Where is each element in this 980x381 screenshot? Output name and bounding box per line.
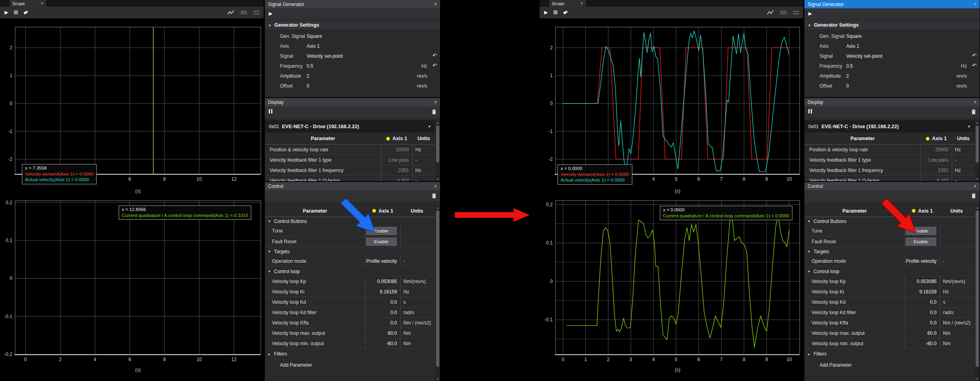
current-chart[interactable]: 024681012-0.2-0.100.10.2(s): [0, 197, 264, 381]
group-filters[interactable]: ▸Filters: [804, 349, 975, 360]
eraser-button[interactable]: [561, 9, 569, 16]
delete-button[interactable]: [432, 109, 436, 115]
table-row[interactable]: Velocity loop min. output-60.0Nm: [265, 338, 435, 349]
add-parameter-button[interactable]: Add Parameter: [265, 360, 435, 371]
add-parameter-button[interactable]: Add Parameter: [804, 360, 975, 371]
panel-titlebar[interactable]: Signal Generator ×: [265, 0, 440, 8]
close-icon[interactable]: ×: [434, 184, 437, 189]
table-row[interactable]: Velocity loop max. output60.0Nm: [804, 328, 975, 338]
table-row-operation-mode[interactable]: Operation mode Profile velocity -: [265, 256, 435, 267]
panel-titlebar[interactable]: Control ×: [265, 182, 440, 190]
pause-button[interactable]: [808, 109, 812, 113]
close-icon[interactable]: ×: [974, 2, 976, 7]
table-row[interactable]: Velocity loop max. output60.0Nm: [265, 328, 435, 338]
overlay-plots-toggle[interactable]: [240, 9, 248, 16]
close-icon[interactable]: ×: [434, 100, 437, 105]
tab-close-icon[interactable]: ×: [581, 1, 583, 6]
undo-icon[interactable]: ↶: [972, 63, 976, 68]
table-row[interactable]: Velocity feedback filter 1 frequency 235…: [265, 165, 435, 176]
scrollbar[interactable]: ▲▼: [975, 205, 980, 381]
table-row[interactable]: Velocity loop min. output-60.0Nm: [804, 338, 975, 349]
table-row[interactable]: Velocity loop Ki9.16159Hz: [804, 287, 975, 297]
axis-select[interactable]: Axis 1: [846, 43, 859, 49]
table-row[interactable]: Velocity loop Kd0.0s: [804, 297, 975, 307]
frequency-input[interactable]: 0.5: [307, 63, 313, 69]
close-icon[interactable]: ×: [434, 2, 437, 7]
undo-icon[interactable]: ↶: [432, 53, 437, 59]
gen-signal-select[interactable]: Square: [307, 33, 322, 39]
fault-reset-enable-button[interactable]: Enable: [906, 238, 936, 246]
delete-button[interactable]: [432, 193, 436, 199]
generator-play-button[interactable]: ▶: [269, 11, 272, 16]
panel-titlebar[interactable]: Display ×: [265, 98, 440, 106]
device-selector[interactable]: 0x01 EVE-NET-C - Drive (192.168.2.22) ▼: [265, 120, 435, 133]
table-row[interactable]: Velocity feedback filter 1 type Low pass…: [265, 155, 435, 165]
panel-titlebar[interactable]: Control ×: [804, 182, 980, 190]
amplitude-input[interactable]: 2: [307, 73, 309, 79]
single-plot-toggle[interactable]: [227, 9, 235, 16]
offset-input[interactable]: 0: [307, 83, 309, 89]
stop-button[interactable]: [12, 9, 20, 16]
table-row-operation-mode[interactable]: Operation mode Profile velocity -: [804, 256, 975, 267]
frequency-input[interactable]: 0.5: [846, 63, 853, 69]
table-row[interactable]: Velocity feedback filter 1 Q-factor 0.70…: [804, 176, 975, 181]
tab-scope[interactable]: Scope ×: [549, 0, 586, 7]
scrollbar[interactable]: ▲▼: [975, 120, 980, 181]
scrollbar-thumb[interactable]: [436, 126, 439, 162]
scrollbar[interactable]: ▲▼: [435, 205, 440, 381]
play-button[interactable]: ▶: [2, 9, 10, 16]
delete-button[interactable]: [971, 109, 976, 115]
signal-select[interactable]: Velocity set-point: [307, 53, 343, 59]
scrollbar-thumb[interactable]: [436, 211, 439, 367]
stop-button[interactable]: [552, 9, 559, 16]
panel-titlebar[interactable]: Display ×: [804, 98, 980, 106]
table-row[interactable]: Velocity feedback filter 1 Q-factor 0.70…: [265, 176, 435, 181]
table-row[interactable]: Velocity loop Kffa0.0Nm / (rev/s2): [265, 318, 435, 328]
table-row[interactable]: Velocity loop Kffa0.0Nm / (rev/s2): [804, 318, 975, 328]
signal-select[interactable]: Velocity set-point: [846, 53, 882, 59]
table-row[interactable]: Velocity feedback filter 1 frequency 235…: [804, 165, 975, 176]
table-row[interactable]: Velocity loop Kp0.053085Nm/(rev/s): [265, 276, 435, 287]
gen-signal-select[interactable]: Square: [846, 33, 862, 39]
panel-titlebar-active[interactable]: Signal Generator ×: [804, 0, 980, 8]
table-row[interactable]: Velocity feedback filter 1 type Low pass…: [804, 155, 975, 165]
generator-settings-header[interactable]: ▾ Generator Settings: [804, 20, 980, 30]
generator-settings-header[interactable]: ▾ Generator Settings: [265, 20, 440, 30]
device-selector[interactable]: 0x01 EVE-NET-C - Drive (192.168.2.22) ▼: [804, 120, 975, 133]
play-button[interactable]: ▶: [542, 9, 550, 16]
table-row[interactable]: Position & velocity loop rate 20000 Hz: [804, 145, 975, 155]
fault-reset-enable-button[interactable]: Enable: [366, 238, 397, 246]
table-row[interactable]: Velocity loop Kd filter0.0rad/s: [804, 307, 975, 318]
group-targets[interactable]: ▾Targets: [265, 247, 435, 256]
group-control-loop[interactable]: ▾Control loop: [804, 267, 975, 276]
scrollbar-thumb[interactable]: [976, 126, 979, 162]
eraser-button[interactable]: [22, 9, 30, 16]
pause-button[interactable]: [269, 109, 272, 113]
close-icon[interactable]: ×: [974, 100, 976, 105]
single-plot-toggle[interactable]: [767, 9, 775, 16]
table-row[interactable]: Velocity loop Ki9.16159Hz: [265, 287, 435, 297]
scrollbar-thumb[interactable]: [976, 211, 979, 367]
split-plots-toggle[interactable]: [252, 9, 260, 16]
split-plots-toggle[interactable]: [792, 9, 800, 16]
close-icon[interactable]: ×: [974, 184, 976, 189]
table-row[interactable]: Velocity loop Kp0.053085Nm/(rev/s): [804, 276, 975, 287]
tab-scope[interactable]: Scope ×: [10, 0, 46, 7]
tab-close-icon[interactable]: ×: [41, 1, 43, 6]
group-targets[interactable]: ▾Targets: [804, 247, 975, 256]
overlay-plots-toggle[interactable]: [779, 9, 787, 16]
offset-input[interactable]: 0: [846, 83, 849, 89]
axis-select[interactable]: Axis 1: [307, 43, 320, 49]
undo-icon[interactable]: ↶: [432, 63, 437, 68]
table-row[interactable]: Position & velocity loop rate 20000 Hz: [265, 145, 435, 155]
delete-button[interactable]: [971, 193, 976, 199]
scrollbar[interactable]: ▲▼: [435, 120, 440, 181]
group-filters[interactable]: ▸Filters: [265, 349, 435, 360]
amplitude-input[interactable]: 2: [846, 73, 849, 79]
table-row[interactable]: Velocity loop Kd0.0s: [265, 297, 435, 307]
current-chart[interactable]: 012345678910-0.100.10.2(s): [540, 197, 803, 381]
table-row[interactable]: Velocity loop Kd filter0.0rad/s: [265, 307, 435, 318]
generator-play-button[interactable]: ▶: [808, 11, 812, 16]
undo-icon[interactable]: ↶: [972, 53, 976, 59]
group-control-loop[interactable]: ▾Control loop: [265, 267, 435, 276]
